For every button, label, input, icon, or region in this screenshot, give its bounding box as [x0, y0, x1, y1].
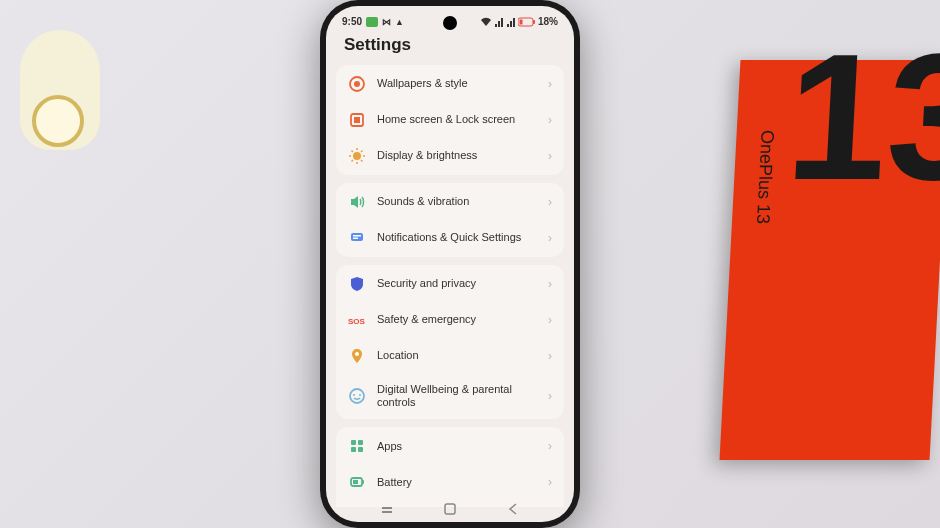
location-icon	[348, 347, 366, 365]
product-box: OnePlus 13 13	[720, 60, 940, 460]
chevron-right-icon: ›	[548, 439, 552, 453]
battery-percent: 18%	[538, 16, 558, 27]
svg-rect-26	[351, 447, 356, 452]
home-icon	[348, 111, 366, 129]
wellbeing-icon	[348, 387, 366, 405]
shield-icon	[348, 275, 366, 293]
chevron-right-icon: ›	[548, 113, 552, 127]
battery-icon	[518, 17, 536, 27]
settings-item-apps[interactable]: Apps›	[336, 427, 564, 464]
svg-point-21	[350, 389, 364, 403]
desk-clock-prop	[20, 30, 100, 150]
svg-point-20	[355, 352, 359, 356]
svg-rect-16	[351, 233, 363, 241]
status-indicator-icon	[366, 17, 378, 27]
settings-item-notification[interactable]: Notifications & Quick Settings›	[336, 220, 564, 257]
svg-point-22	[353, 394, 355, 396]
settings-item-label: Sounds & vibration	[377, 195, 537, 208]
svg-rect-29	[362, 480, 364, 484]
svg-rect-1	[519, 19, 522, 24]
settings-item-sos[interactable]: SOSSafety & emergency›	[336, 302, 564, 338]
svg-line-15	[361, 151, 363, 153]
svg-point-7	[353, 152, 361, 160]
apps-icon	[348, 437, 366, 455]
settings-item-label: Safety & emergency	[377, 313, 537, 326]
brightness-icon	[348, 147, 366, 165]
svg-rect-18	[353, 238, 358, 240]
page-title: Settings	[326, 31, 574, 65]
settings-item-label: Notifications & Quick Settings	[377, 231, 537, 244]
sound-icon	[348, 193, 366, 211]
chevron-right-icon: ›	[548, 77, 552, 91]
settings-item-home[interactable]: Home screen & Lock screen›	[336, 102, 564, 138]
status-cloud-icon: ▲	[395, 17, 404, 27]
svg-rect-2	[533, 20, 535, 24]
settings-item-brightness[interactable]: Display & brightness›	[336, 138, 564, 175]
nav-back-button[interactable]	[506, 502, 520, 516]
product-brand-text: OnePlus 13	[752, 130, 778, 224]
svg-rect-34	[445, 504, 455, 514]
chevron-right-icon: ›	[548, 149, 552, 163]
svg-line-12	[352, 151, 354, 153]
clock-face	[32, 95, 84, 147]
settings-scroll-area[interactable]: Wallpapers & style›Home screen & Lock sc…	[326, 65, 574, 507]
settings-item-wellbeing[interactable]: Digital Wellbeing & parental controls›	[336, 374, 564, 419]
svg-point-23	[359, 394, 361, 396]
chevron-right-icon: ›	[548, 277, 552, 291]
svg-rect-27	[358, 447, 363, 452]
settings-group: Security and privacy›SOSSafety & emergen…	[336, 265, 564, 419]
svg-text:SOS: SOS	[348, 317, 366, 326]
svg-rect-24	[351, 440, 356, 445]
chevron-right-icon: ›	[548, 475, 552, 489]
chevron-right-icon: ›	[548, 389, 552, 403]
product-number: 13	[783, 40, 940, 193]
chevron-right-icon: ›	[548, 195, 552, 209]
settings-item-label: Wallpapers & style	[377, 77, 537, 90]
svg-rect-33	[382, 511, 392, 513]
settings-item-label: Digital Wellbeing & parental controls	[377, 383, 537, 409]
svg-rect-25	[358, 440, 363, 445]
chevron-right-icon: ›	[548, 231, 552, 245]
svg-rect-32	[382, 507, 392, 509]
wallpaper-icon	[348, 75, 366, 93]
status-misc-icon: ⋈	[382, 17, 391, 27]
signal-icon-1	[494, 17, 504, 27]
settings-item-sound[interactable]: Sounds & vibration›	[336, 183, 564, 220]
svg-point-4	[354, 81, 360, 87]
settings-item-label: Apps	[377, 440, 537, 453]
phone-frame: 9:50 ⋈ ▲ 18% Setting	[320, 0, 580, 528]
nav-home-button[interactable]	[443, 502, 457, 516]
chevron-right-icon: ›	[548, 349, 552, 363]
settings-item-battery[interactable]: Battery›	[336, 464, 564, 500]
settings-item-location[interactable]: Location›	[336, 338, 564, 374]
status-time: 9:50	[342, 16, 362, 27]
settings-item-label: Security and privacy	[377, 277, 537, 290]
navigation-bar	[326, 496, 574, 522]
phone-screen: 9:50 ⋈ ▲ 18% Setting	[326, 6, 574, 522]
svg-line-14	[352, 160, 354, 162]
settings-item-label: Home screen & Lock screen	[377, 113, 537, 126]
camera-cutout	[443, 16, 457, 30]
battery-icon	[348, 473, 366, 491]
notification-icon	[348, 229, 366, 247]
settings-item-shield[interactable]: Security and privacy›	[336, 265, 564, 302]
settings-item-label: Battery	[377, 476, 537, 489]
settings-item-wallpaper[interactable]: Wallpapers & style›	[336, 65, 564, 102]
settings-group: Sounds & vibration›Notifications & Quick…	[336, 183, 564, 257]
sos-icon: SOS	[348, 311, 366, 329]
svg-rect-6	[354, 117, 360, 123]
svg-line-13	[361, 160, 363, 162]
settings-item-label: Display & brightness	[377, 149, 537, 162]
nav-recents-button[interactable]	[380, 502, 394, 516]
chevron-right-icon: ›	[548, 313, 552, 327]
signal-icon-2	[506, 17, 516, 27]
settings-item-label: Location	[377, 349, 537, 362]
svg-rect-17	[353, 235, 361, 237]
wifi-icon	[480, 17, 492, 27]
svg-rect-30	[353, 480, 358, 484]
settings-group: Wallpapers & style›Home screen & Lock sc…	[336, 65, 564, 175]
